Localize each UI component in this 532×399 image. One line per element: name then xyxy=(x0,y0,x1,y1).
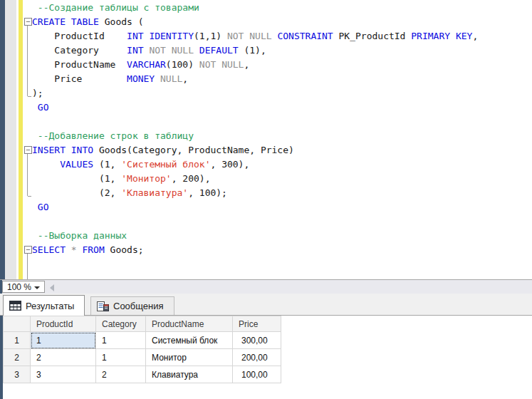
results-tab-strip: Результаты Сообщения xyxy=(0,294,532,316)
outline-margin xyxy=(24,271,32,279)
results-pane: ProductIdCategoryProductNamePrice 111Сис… xyxy=(0,316,532,399)
tab-messages-label: Сообщения xyxy=(113,301,164,311)
code-line: GO xyxy=(24,200,529,214)
grid-cell[interactable]: 1 xyxy=(96,349,146,366)
track-changes-bar xyxy=(19,0,23,279)
scroll-left-arrow-icon[interactable] xyxy=(50,284,54,291)
grid-row: 221Монитор200,00 xyxy=(4,349,281,366)
grid-cell[interactable]: 3 xyxy=(31,366,96,383)
outline-margin xyxy=(24,257,32,271)
grid-column-header[interactable]: ProductId xyxy=(31,316,96,332)
outline-margin xyxy=(24,200,32,214)
messages-icon xyxy=(97,301,109,311)
code-area[interactable]: --Создание таблицы с товарами–CREATE TAB… xyxy=(24,1,529,279)
grid-cell[interactable]: 300,00 xyxy=(233,332,281,349)
collapse-toggle-icon[interactable]: – xyxy=(24,15,32,29)
outline-margin xyxy=(24,86,32,100)
tab-messages[interactable]: Сообщения xyxy=(90,296,174,315)
grid-cell[interactable]: 2 xyxy=(96,366,146,383)
row-header[interactable]: 3 xyxy=(4,366,31,383)
code-line: ); xyxy=(24,86,529,100)
code-line: VALUES (1, 'Системный блок', 300), xyxy=(24,157,529,172)
window-edge xyxy=(0,0,5,279)
outline-margin xyxy=(24,43,32,58)
code-line: (2, 'Клавиатура', 100); xyxy=(24,186,529,200)
grid-cell[interactable]: 100,00 xyxy=(233,366,281,383)
indicator-margin xyxy=(5,0,16,279)
code-line: Price MONEY NULL, xyxy=(24,72,529,86)
code-line: –INSERT INTO Goods(Category, ProductName… xyxy=(24,143,529,157)
outline-margin xyxy=(24,229,32,243)
tab-results[interactable]: Результаты xyxy=(3,295,85,316)
grid-header-row: ProductIdCategoryProductNamePrice xyxy=(4,316,281,332)
code-line: ProductName VARCHAR(100) NOT NULL, xyxy=(24,58,529,72)
ssms-query-window: --Создание таблицы с товарами–CREATE TAB… xyxy=(0,0,532,399)
grid-cell[interactable]: 2 xyxy=(31,349,96,366)
grid-cell[interactable]: Системный блок xyxy=(146,332,233,349)
sql-editor-pane[interactable]: --Создание таблицы с товарами–CREATE TAB… xyxy=(0,0,532,279)
tab-results-label: Результаты xyxy=(26,301,74,311)
code-line xyxy=(24,214,529,229)
collapse-toggle-icon[interactable]: – xyxy=(24,143,32,157)
row-header[interactable]: 2 xyxy=(4,349,31,366)
code-line: --Добавление строк в таблицу xyxy=(24,129,529,143)
zoom-level-value: 100 % xyxy=(7,282,31,292)
grid-row: 111Системный блок300,00 xyxy=(4,332,281,349)
collapse-toggle-icon[interactable]: – xyxy=(24,243,32,257)
editor-status-bar: 100 % xyxy=(0,279,532,294)
code-line: –CREATE TABLE Goods ( xyxy=(24,15,529,29)
outline-margin xyxy=(24,29,32,43)
code-line: --Выборка данных xyxy=(24,229,529,243)
grid-row: 332Клавиатура100,00 xyxy=(4,366,281,383)
outline-margin xyxy=(24,72,32,86)
code-line: --Создание таблицы с товарами xyxy=(24,1,529,15)
zoom-level-select[interactable]: 100 % xyxy=(2,281,45,293)
code-line: Category INT NOT NULL DEFAULT (1), xyxy=(24,43,529,58)
outline-margin xyxy=(24,157,32,172)
code-line xyxy=(24,115,529,129)
code-line: –SELECT * FROM Goods; xyxy=(24,243,529,257)
code-line: (1, 'Монитор', 200), xyxy=(24,172,529,186)
outline-margin xyxy=(24,214,32,229)
outline-margin xyxy=(24,129,32,143)
outline-margin xyxy=(24,172,32,186)
code-line xyxy=(24,257,529,271)
grid-corner-cell[interactable] xyxy=(4,316,31,332)
grid-cell[interactable]: 200,00 xyxy=(233,349,281,366)
outline-margin xyxy=(24,115,32,129)
grid-column-header[interactable]: Price xyxy=(233,316,281,332)
row-header[interactable]: 1 xyxy=(4,332,31,349)
grid-cell[interactable]: 1 xyxy=(96,332,146,349)
chevron-down-icon[interactable] xyxy=(34,286,40,289)
grid-column-header[interactable]: ProductName xyxy=(146,316,233,332)
outline-margin xyxy=(24,100,32,115)
grid-column-header[interactable]: Category xyxy=(96,316,146,332)
code-line: ProductId INT IDENTITY(1,1) NOT NULL CON… xyxy=(24,29,529,43)
grid-cell[interactable]: Клавиатура xyxy=(146,366,233,383)
code-line xyxy=(24,271,529,279)
outline-margin xyxy=(24,186,32,200)
results-grid[interactable]: ProductIdCategoryProductNamePrice 111Сис… xyxy=(3,316,281,383)
outline-margin xyxy=(24,58,32,72)
results-grid-icon xyxy=(9,301,21,311)
outline-margin xyxy=(24,1,32,15)
grid-cell[interactable]: Монитор xyxy=(146,349,233,366)
code-line: GO xyxy=(24,100,529,115)
grid-cell[interactable]: 1 xyxy=(31,332,96,349)
